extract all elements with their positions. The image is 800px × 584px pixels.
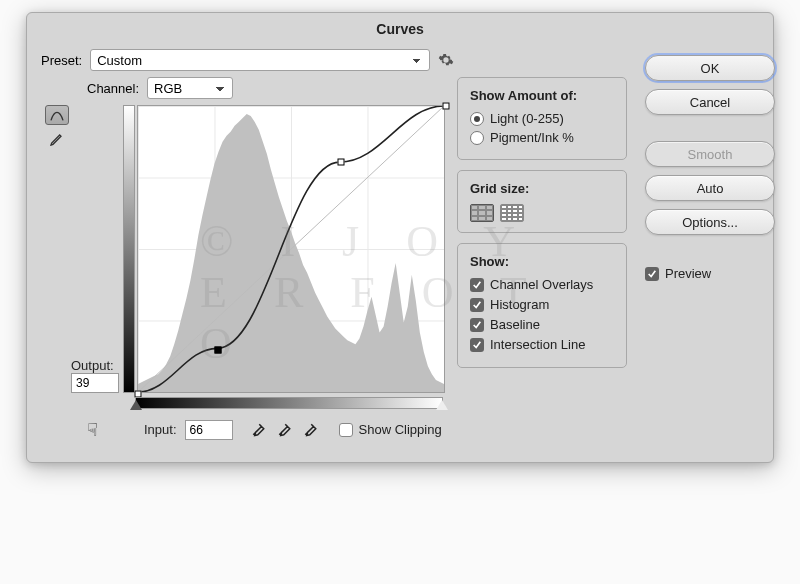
show-clipping-checkbox[interactable] <box>339 423 353 437</box>
output-field[interactable] <box>71 373 119 393</box>
smooth-button[interactable]: Smooth <box>645 141 775 167</box>
dialog-title: Curves <box>27 13 773 43</box>
show-options-group: Show: Channel OverlaysHistogramBaselineI… <box>457 243 627 368</box>
preset-select[interactable]: Custom <box>90 49 430 71</box>
checkbox-icon <box>470 338 484 352</box>
options-button[interactable]: Options... <box>645 209 775 235</box>
show-amount-title: Show Amount of: <box>470 88 616 103</box>
checkbox-icon <box>470 278 484 292</box>
eyedropper-white-icon[interactable] <box>303 419 321 440</box>
white-point-slider[interactable] <box>436 400 448 410</box>
auto-button[interactable]: Auto <box>645 175 775 201</box>
pencil-tool-icon[interactable] <box>45 129 69 149</box>
show-histogram[interactable]: Histogram <box>470 297 616 312</box>
curve-line <box>138 106 444 392</box>
show-options-title: Show: <box>470 254 616 269</box>
grid-coarse-button[interactable] <box>470 204 494 222</box>
pigment-radio[interactable]: Pigment/Ink % <box>470 130 616 145</box>
input-field[interactable] <box>185 420 233 440</box>
curve-point[interactable] <box>443 103 450 110</box>
grid-size-group: Grid size: <box>457 170 627 233</box>
black-point-slider[interactable] <box>130 400 142 410</box>
checkbox-icon <box>470 298 484 312</box>
input-gradient[interactable] <box>135 397 443 409</box>
preview-checkbox-row[interactable]: Preview <box>645 266 775 281</box>
curves-dialog: Curves Preset: Custom Channel: <box>26 12 774 463</box>
grid-size-title: Grid size: <box>470 181 616 196</box>
curve-tool-icon[interactable] <box>45 105 69 125</box>
gear-icon[interactable] <box>438 52 454 68</box>
eyedropper-black-icon[interactable] <box>251 419 269 440</box>
channel-select[interactable]: RGB <box>147 77 233 99</box>
light-radio[interactable]: Light (0-255) <box>470 111 616 126</box>
curve-graph[interactable] <box>137 105 445 393</box>
curve-point[interactable] <box>214 346 221 353</box>
radio-dot-icon <box>470 131 484 145</box>
preset-label: Preset: <box>41 53 82 68</box>
output-label: Output: <box>71 358 119 373</box>
check-icon <box>647 269 657 279</box>
checkbox-icon <box>470 318 484 332</box>
input-label: Input: <box>144 422 177 437</box>
cancel-button[interactable]: Cancel <box>645 89 775 115</box>
grid-fine-button[interactable] <box>500 204 524 222</box>
curve-point[interactable] <box>337 159 344 166</box>
show-clipping-label: Show Clipping <box>359 422 442 437</box>
show-intersection[interactable]: Intersection Line <box>470 337 616 352</box>
show-amount-group: Show Amount of: Light (0-255) Pigment/In… <box>457 77 627 160</box>
preview-checkbox[interactable] <box>645 267 659 281</box>
eyedropper-gray-icon[interactable] <box>277 419 295 440</box>
ok-button[interactable]: OK <box>645 55 775 81</box>
hand-tool-icon[interactable]: ☟ <box>87 419 98 441</box>
show-baseline[interactable]: Baseline <box>470 317 616 332</box>
show-channel_overlays[interactable]: Channel Overlays <box>470 277 616 292</box>
channel-label: Channel: <box>87 81 139 96</box>
radio-dot-icon <box>470 112 484 126</box>
output-gradient <box>123 105 135 393</box>
